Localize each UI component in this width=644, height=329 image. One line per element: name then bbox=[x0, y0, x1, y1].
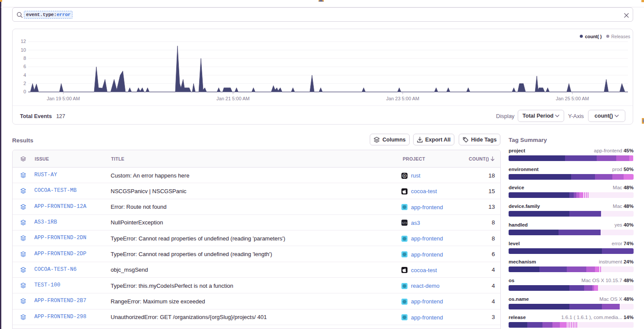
svg-text:</>: </> bbox=[402, 222, 407, 225]
svg-text:R: R bbox=[403, 174, 405, 177]
